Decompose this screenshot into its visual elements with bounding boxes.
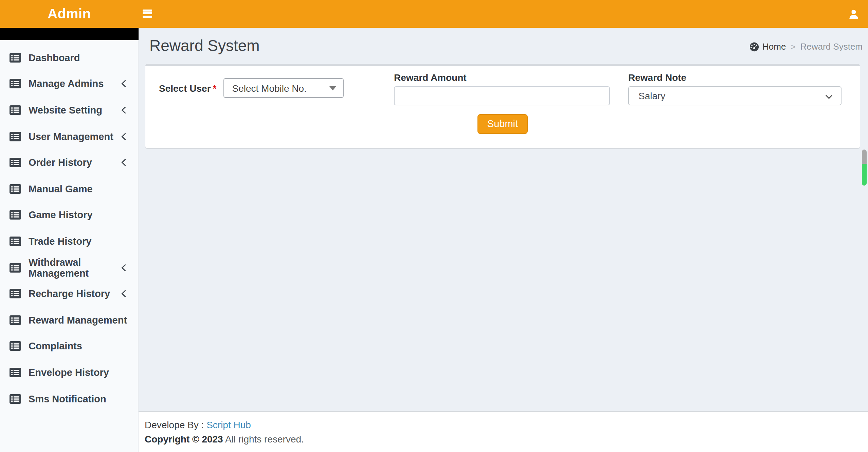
list-alt-icon — [10, 53, 21, 63]
select-user-field: Select User* Select Mobile No. — [159, 71, 394, 105]
reward-note-label: Reward Note — [628, 72, 842, 83]
select-user-value: Select Mobile No. — [232, 83, 306, 93]
list-alt-icon — [10, 210, 21, 220]
caret-down-icon — [329, 86, 336, 90]
sidebar-item-label: Website Setting — [29, 105, 102, 116]
copyright-line: Copyright © 2023 All rights reserved. — [145, 433, 868, 445]
sidebar-item-label: Recharge History — [29, 288, 110, 299]
sidebar-item-user-management[interactable]: User Management — [0, 123, 138, 150]
chevron-left-icon — [121, 290, 126, 298]
reward-form-body: Select User* Select Mobile No. Reward Am… — [145, 66, 860, 134]
list-alt-icon — [10, 342, 21, 351]
sidebar-item-label: Trade History — [29, 236, 91, 247]
select-user-dropdown[interactable]: Select Mobile No. — [223, 78, 343, 98]
sidebar-item-dashboard[interactable]: Dashboard — [0, 45, 138, 71]
dashboard-icon — [749, 42, 759, 51]
hamburger-icon[interactable] — [143, 10, 152, 18]
sidebar-item-label: Complaints — [29, 341, 82, 352]
breadcrumb-separator: > — [791, 42, 795, 51]
sidebar-item-label: Dashboard — [29, 52, 80, 63]
sidebar-item-label: Reward Management — [29, 314, 127, 325]
footer: Develope By : Script Hub Copyright © 202… — [139, 411, 868, 452]
sidebar-item-label: Envelope History — [29, 367, 109, 378]
chevron-left-icon — [121, 106, 126, 114]
list-alt-icon — [10, 394, 21, 403]
sidebar-item-order-history[interactable]: Order History — [0, 150, 138, 176]
sidebar-item-label: Manual Game — [29, 184, 93, 194]
sidebar-item-reward-management[interactable]: Reward Management — [0, 307, 138, 333]
sidebar-logo-strip — [0, 28, 139, 40]
list-alt-icon — [10, 263, 21, 272]
page-title: Reward System — [149, 37, 260, 55]
sidebar-item-manual-game[interactable]: Manual Game — [0, 176, 138, 202]
chevron-down-icon — [825, 94, 833, 99]
sidebar-item-trade-history[interactable]: Trade History — [0, 228, 138, 254]
scrollbar-thumb-green — [862, 164, 867, 186]
reward-note-value: Salary — [638, 90, 665, 101]
scrollbar-thumb-gray — [862, 150, 867, 164]
list-alt-icon — [10, 105, 21, 115]
list-alt-icon — [10, 315, 21, 325]
reward-amount-field: Reward Amount — [394, 71, 628, 105]
reward-amount-label: Reward Amount — [394, 72, 610, 83]
chevron-left-icon — [121, 132, 126, 140]
reward-form-card: Select User* Select Mobile No. Reward Am… — [145, 64, 860, 148]
chevron-left-icon — [121, 158, 126, 167]
sidebar-item-recharge-history[interactable]: Recharge History — [0, 281, 138, 307]
required-asterisk: * — [213, 83, 217, 93]
sidebar-item-envelope-history[interactable]: Envelope History — [0, 359, 138, 385]
list-alt-icon — [10, 289, 21, 298]
sidebar-item-label: Manage Admins — [29, 79, 104, 89]
select-user-label: Select User* — [159, 83, 216, 93]
sidebar-item-label: Game History — [29, 210, 93, 221]
top-navbar: Admin — [0, 0, 868, 28]
chevron-left-icon — [121, 263, 126, 272]
reward-note-field: Reward Note Salary — [628, 71, 846, 105]
sidebar-item-website-setting[interactable]: Website Setting — [0, 97, 138, 123]
list-alt-icon — [10, 368, 21, 377]
developer-credit: Develope By : Script Hub — [145, 419, 868, 431]
user-icon[interactable] — [848, 9, 859, 20]
scrollbar-indicator[interactable] — [862, 150, 867, 186]
sidebar-item-label: Sms Notification — [29, 393, 106, 404]
main-content: Reward System Home > Reward System — [139, 28, 868, 411]
list-alt-icon — [10, 237, 21, 246]
sidebar-item-label: User Management — [29, 131, 113, 142]
sidebar: Dashboard Manage Admins Website Setting … — [0, 28, 139, 452]
reward-amount-input[interactable] — [394, 86, 610, 105]
list-alt-icon — [10, 158, 21, 167]
breadcrumb-home-link[interactable]: Home — [762, 41, 786, 52]
chevron-left-icon — [121, 80, 126, 88]
sidebar-item-game-history[interactable]: Game History — [0, 202, 138, 228]
sidebar-item-label: Order History — [29, 157, 92, 168]
admin-app: Admin Dashboard Manage Admins — [0, 0, 868, 452]
script-hub-link[interactable]: Script Hub — [206, 419, 251, 430]
breadcrumb: Home > Reward System — [749, 41, 863, 52]
sidebar-item-manage-admins[interactable]: Manage Admins — [0, 71, 138, 97]
submit-button[interactable]: Submit — [478, 114, 527, 134]
content-header: Reward System Home > Reward System — [139, 28, 868, 64]
sidebar-item-sms-notification[interactable]: Sms Notification — [0, 385, 138, 412]
reward-note-select[interactable]: Salary — [628, 86, 842, 105]
breadcrumb-current: Reward System — [800, 41, 863, 52]
list-alt-icon — [10, 132, 21, 141]
list-alt-icon — [10, 184, 21, 194]
list-alt-icon — [10, 79, 21, 89]
sidebar-item-withdrawal-management[interactable]: Withdrawal Management — [0, 255, 138, 281]
brand-logo[interactable]: Admin — [0, 0, 139, 28]
sidebar-item-complaints[interactable]: Complaints — [0, 333, 138, 359]
sidebar-menu: Dashboard Manage Admins Website Setting … — [0, 40, 138, 412]
